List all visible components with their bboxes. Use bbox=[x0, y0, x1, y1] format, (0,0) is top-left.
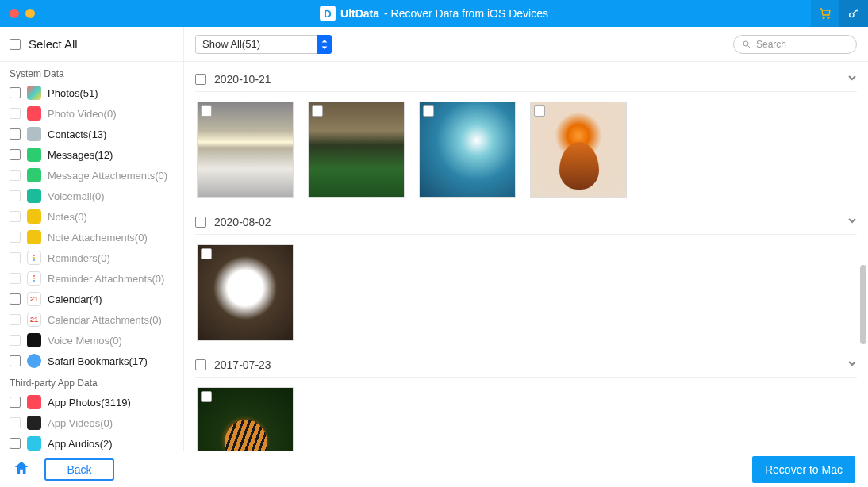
sidebar-item-voicemail[interactable]: Voicemail(0) bbox=[0, 186, 183, 206]
checkbox[interactable] bbox=[10, 314, 21, 325]
sidebar-item-label: Note Attachements(0) bbox=[48, 232, 148, 244]
photovideo-icon bbox=[27, 106, 41, 121]
sidebar-item-calendar[interactable]: 21Calendar(4) bbox=[0, 289, 183, 309]
photo-thumb[interactable] bbox=[197, 244, 294, 341]
register-button[interactable] bbox=[839, 0, 868, 27]
result-group: 2020-08-02 bbox=[195, 205, 857, 347]
checkbox[interactable] bbox=[10, 170, 21, 181]
reminders-icon bbox=[27, 271, 41, 286]
checkbox[interactable] bbox=[10, 335, 21, 346]
filter-label: Show All(51) bbox=[202, 38, 260, 50]
appaudio-icon bbox=[27, 436, 41, 451]
sidebar-item-contacts[interactable]: Contacts(13) bbox=[0, 124, 183, 144]
group-checkbox[interactable] bbox=[195, 74, 206, 85]
sidebar-item-appphoto[interactable]: App Photos(3119) bbox=[0, 392, 183, 412]
photo-thumb[interactable] bbox=[197, 387, 294, 451]
minimize-icon[interactable] bbox=[25, 9, 35, 18]
sidebar-item-label: Voice Memos(0) bbox=[48, 335, 122, 347]
photo-thumb[interactable] bbox=[419, 102, 516, 198]
select-all-row[interactable]: Select All bbox=[0, 27, 183, 62]
sidebar-item-label: Calendar(4) bbox=[48, 293, 102, 305]
photo-thumb[interactable] bbox=[197, 102, 294, 198]
thumb-checkbox[interactable] bbox=[201, 391, 212, 402]
app-title: D UltData - Recover Data from iOS Device… bbox=[320, 6, 548, 21]
search-input[interactable]: Search bbox=[733, 35, 857, 54]
recover-button[interactable]: Recover to Mac bbox=[752, 456, 855, 483]
scrollbar-thumb[interactable] bbox=[860, 265, 866, 344]
sidebar-item-safari[interactable]: Safari Bookmarks(17) bbox=[0, 351, 183, 371]
thumb-checkbox[interactable] bbox=[201, 105, 212, 117]
sidebar-item-photovideo[interactable]: Photo Video(0) bbox=[0, 103, 183, 124]
checkbox[interactable] bbox=[10, 190, 21, 201]
section-third-party: Third-party App Data bbox=[0, 371, 183, 392]
sidebar-item-calendar[interactable]: 21Calendar Attachments(0) bbox=[0, 309, 183, 330]
sidebar-list[interactable]: System Data Photos(51)Photo Video(0)Cont… bbox=[0, 62, 183, 451]
checkbox[interactable] bbox=[10, 211, 21, 222]
sidebar-item-noteatt[interactable]: Note Attachements(0) bbox=[0, 227, 183, 247]
cart-button[interactable] bbox=[811, 0, 839, 27]
sidebar-item-label: Message Attachements(0) bbox=[48, 170, 167, 182]
results-area[interactable]: 2020-10-212020-08-022017-07-23 bbox=[184, 62, 868, 451]
sidebar-item-notes[interactable]: Notes(0) bbox=[0, 206, 183, 227]
thumb-image bbox=[198, 102, 293, 197]
group-header[interactable]: 2020-08-02 bbox=[195, 209, 857, 235]
thumb-image bbox=[198, 245, 293, 340]
close-icon[interactable] bbox=[10, 9, 19, 18]
app-subtitle: - Recover Data from iOS Devices bbox=[384, 7, 548, 20]
chevron-down-icon[interactable] bbox=[847, 216, 857, 228]
cart-icon bbox=[819, 7, 832, 20]
checkbox[interactable] bbox=[10, 417, 21, 428]
content-area: Show All(51) Search 2020-10-212020-08-02… bbox=[184, 27, 868, 451]
checkbox[interactable] bbox=[10, 232, 21, 243]
checkbox[interactable] bbox=[10, 108, 21, 119]
checkbox[interactable] bbox=[10, 87, 21, 98]
photo-thumb[interactable] bbox=[530, 102, 627, 198]
thumb-checkbox[interactable] bbox=[312, 105, 323, 117]
chevron-down-icon[interactable] bbox=[847, 73, 857, 85]
chevron-down-icon[interactable] bbox=[847, 359, 857, 370]
sidebar-item-photos[interactable]: Photos(51) bbox=[0, 82, 183, 103]
messages-icon bbox=[27, 148, 41, 162]
sidebar-item-reminders[interactable]: Reminder Attachments(0) bbox=[0, 268, 183, 289]
group-date: 2020-10-21 bbox=[214, 73, 271, 86]
sidebar-item-voicememo[interactable]: Voice Memos(0) bbox=[0, 330, 183, 351]
thumb-checkbox[interactable] bbox=[201, 248, 212, 259]
checkbox[interactable] bbox=[10, 355, 21, 366]
checkbox[interactable] bbox=[10, 438, 21, 449]
thumb-row bbox=[195, 92, 857, 205]
photo-thumb[interactable] bbox=[308, 102, 405, 198]
checkbox[interactable] bbox=[10, 128, 21, 140]
checkbox[interactable] bbox=[10, 273, 21, 284]
thumb-checkbox[interactable] bbox=[534, 105, 545, 117]
app-name: UltData bbox=[340, 7, 379, 20]
sidebar-item-appvideo[interactable]: App Videos(0) bbox=[0, 412, 183, 433]
group-checkbox[interactable] bbox=[195, 217, 206, 228]
back-button[interactable]: Back bbox=[44, 458, 114, 481]
thumb-row bbox=[195, 235, 857, 347]
group-header[interactable]: 2020-10-21 bbox=[195, 67, 857, 92]
calendar-icon: 21 bbox=[27, 292, 41, 306]
sidebar-item-appaudio[interactable]: App Audios(2) bbox=[0, 433, 183, 451]
checkbox[interactable] bbox=[10, 397, 21, 408]
sidebar-item-messages[interactable]: Messages(12) bbox=[0, 144, 183, 165]
voicememo-icon bbox=[27, 333, 41, 347]
filter-select[interactable]: Show All(51) bbox=[195, 35, 332, 54]
select-all-checkbox[interactable] bbox=[10, 39, 21, 50]
search-placeholder: Search bbox=[756, 39, 786, 50]
checkbox[interactable] bbox=[10, 252, 21, 263]
search-icon bbox=[742, 40, 751, 49]
section-system: System Data bbox=[0, 62, 183, 82]
sidebar-item-reminders[interactable]: Reminders(0) bbox=[0, 247, 183, 268]
home-button[interactable] bbox=[13, 459, 30, 479]
window-controls bbox=[0, 9, 35, 18]
sidebar-item-msgatt[interactable]: Message Attachements(0) bbox=[0, 165, 183, 186]
sidebar-item-label: Voicemail(0) bbox=[48, 190, 105, 202]
sidebar: Select All System Data Photos(51)Photo V… bbox=[0, 27, 184, 451]
thumb-checkbox[interactable] bbox=[423, 105, 434, 117]
content-toolbar: Show All(51) Search bbox=[184, 27, 868, 62]
svg-point-3 bbox=[743, 41, 748, 46]
checkbox[interactable] bbox=[10, 149, 21, 160]
group-checkbox[interactable] bbox=[195, 359, 206, 370]
group-header[interactable]: 2017-07-23 bbox=[195, 352, 857, 378]
checkbox[interactable] bbox=[10, 293, 21, 305]
